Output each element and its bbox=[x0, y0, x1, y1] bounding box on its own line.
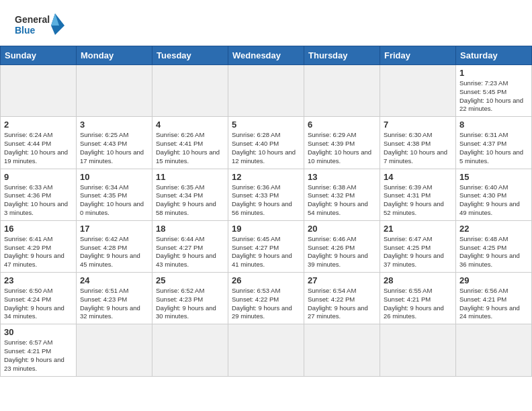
calendar-table: SundayMondayTuesdayWednesdayThursdayFrid… bbox=[0, 46, 532, 377]
day-number: 5 bbox=[232, 120, 300, 130]
day-number: 21 bbox=[384, 224, 452, 234]
calendar-cell: 20Sunrise: 6:46 AM Sunset: 4:26 PM Dayli… bbox=[304, 220, 380, 272]
day-info: Sunrise: 6:51 AM Sunset: 4:23 PM Dayligh… bbox=[80, 287, 148, 321]
calendar-cell bbox=[77, 324, 152, 376]
calendar-cell: 10Sunrise: 6:34 AM Sunset: 4:35 PM Dayli… bbox=[77, 169, 152, 220]
calendar-week-row: 1Sunrise: 7:23 AM Sunset: 5:45 PM Daylig… bbox=[1, 65, 532, 117]
weekday-header-monday: Monday bbox=[77, 46, 152, 65]
day-number: 10 bbox=[80, 172, 148, 182]
calendar-cell: 29Sunrise: 6:56 AM Sunset: 4:21 PM Dayli… bbox=[456, 273, 532, 324]
calendar-cell: 26Sunrise: 6:53 AM Sunset: 4:22 PM Dayli… bbox=[228, 273, 304, 324]
day-info: Sunrise: 6:26 AM Sunset: 4:41 PM Dayligh… bbox=[156, 131, 224, 165]
day-number: 30 bbox=[4, 327, 73, 337]
day-info: Sunrise: 6:47 AM Sunset: 4:25 PM Dayligh… bbox=[384, 235, 452, 269]
day-info: Sunrise: 6:46 AM Sunset: 4:26 PM Dayligh… bbox=[308, 235, 376, 269]
day-info: Sunrise: 6:55 AM Sunset: 4:21 PM Dayligh… bbox=[384, 287, 452, 321]
day-info: Sunrise: 6:57 AM Sunset: 4:21 PM Dayligh… bbox=[4, 338, 73, 373]
day-number: 26 bbox=[232, 275, 300, 285]
day-number: 9 bbox=[4, 172, 73, 182]
calendar-cell: 24Sunrise: 6:51 AM Sunset: 4:23 PM Dayli… bbox=[77, 273, 152, 324]
calendar-week-row: 2Sunrise: 6:24 AM Sunset: 4:44 PM Daylig… bbox=[1, 117, 532, 169]
day-number: 7 bbox=[384, 120, 452, 130]
day-info: Sunrise: 6:24 AM Sunset: 4:44 PM Dayligh… bbox=[4, 131, 73, 165]
calendar-cell: 19Sunrise: 6:45 AM Sunset: 4:27 PM Dayli… bbox=[228, 220, 304, 272]
calendar-cell: 9Sunrise: 6:33 AM Sunset: 4:36 PM Daylig… bbox=[1, 169, 77, 220]
calendar-cell: 25Sunrise: 6:52 AM Sunset: 4:23 PM Dayli… bbox=[152, 273, 228, 324]
day-number: 8 bbox=[459, 120, 528, 130]
day-number: 1 bbox=[459, 68, 528, 78]
calendar-cell bbox=[304, 65, 380, 117]
svg-text:General: General bbox=[15, 14, 50, 25]
day-number: 28 bbox=[384, 275, 452, 285]
calendar-cell: 28Sunrise: 6:55 AM Sunset: 4:21 PM Dayli… bbox=[380, 273, 456, 324]
weekday-header-tuesday: Tuesday bbox=[152, 46, 228, 65]
day-number: 12 bbox=[232, 172, 300, 182]
calendar-cell: 15Sunrise: 6:40 AM Sunset: 4:30 PM Dayli… bbox=[456, 169, 532, 220]
calendar-cell: 21Sunrise: 6:47 AM Sunset: 4:25 PM Dayli… bbox=[380, 220, 456, 272]
calendar-cell: 17Sunrise: 6:42 AM Sunset: 4:28 PM Dayli… bbox=[77, 220, 152, 272]
calendar-cell: 4Sunrise: 6:26 AM Sunset: 4:41 PM Daylig… bbox=[152, 117, 228, 169]
calendar-cell: 7Sunrise: 6:30 AM Sunset: 4:38 PM Daylig… bbox=[380, 117, 456, 169]
calendar-cell: 18Sunrise: 6:44 AM Sunset: 4:27 PM Dayli… bbox=[152, 220, 228, 272]
weekday-header-sunday: Sunday bbox=[1, 46, 77, 65]
calendar-cell: 6Sunrise: 6:29 AM Sunset: 4:39 PM Daylig… bbox=[304, 117, 380, 169]
day-number: 15 bbox=[459, 172, 528, 182]
day-info: Sunrise: 6:41 AM Sunset: 4:29 PM Dayligh… bbox=[4, 235, 73, 269]
weekday-header-row: SundayMondayTuesdayWednesdayThursdayFrid… bbox=[1, 46, 532, 65]
calendar-cell bbox=[380, 324, 456, 376]
day-info: Sunrise: 6:56 AM Sunset: 4:21 PM Dayligh… bbox=[459, 287, 528, 321]
calendar-cell: 2Sunrise: 6:24 AM Sunset: 4:44 PM Daylig… bbox=[1, 117, 77, 169]
day-number: 11 bbox=[156, 172, 224, 182]
day-number: 13 bbox=[308, 172, 376, 182]
day-info: Sunrise: 6:48 AM Sunset: 4:25 PM Dayligh… bbox=[459, 235, 528, 269]
day-number: 29 bbox=[459, 275, 528, 285]
day-number: 3 bbox=[80, 120, 148, 130]
calendar-cell bbox=[77, 65, 152, 117]
calendar-cell: 1Sunrise: 7:23 AM Sunset: 5:45 PM Daylig… bbox=[456, 65, 532, 117]
day-info: Sunrise: 6:29 AM Sunset: 4:39 PM Dayligh… bbox=[308, 131, 376, 165]
calendar-cell: 12Sunrise: 6:36 AM Sunset: 4:33 PM Dayli… bbox=[228, 169, 304, 220]
calendar-cell bbox=[152, 65, 228, 117]
calendar-cell: 14Sunrise: 6:39 AM Sunset: 4:31 PM Dayli… bbox=[380, 169, 456, 220]
day-info: Sunrise: 6:50 AM Sunset: 4:24 PM Dayligh… bbox=[4, 287, 73, 321]
day-number: 24 bbox=[80, 275, 148, 285]
day-number: 17 bbox=[80, 224, 148, 234]
day-info: Sunrise: 7:23 AM Sunset: 5:45 PM Dayligh… bbox=[459, 79, 528, 113]
calendar-cell: 8Sunrise: 6:31 AM Sunset: 4:37 PM Daylig… bbox=[456, 117, 532, 169]
day-number: 23 bbox=[4, 275, 73, 285]
day-info: Sunrise: 6:33 AM Sunset: 4:36 PM Dayligh… bbox=[4, 183, 73, 218]
calendar-cell: 5Sunrise: 6:28 AM Sunset: 4:40 PM Daylig… bbox=[228, 117, 304, 169]
calendar-cell bbox=[228, 324, 304, 376]
day-info: Sunrise: 6:30 AM Sunset: 4:38 PM Dayligh… bbox=[384, 131, 452, 165]
weekday-header-saturday: Saturday bbox=[456, 46, 532, 65]
day-number: 20 bbox=[308, 224, 376, 234]
day-info: Sunrise: 6:38 AM Sunset: 4:32 PM Dayligh… bbox=[308, 183, 376, 218]
day-info: Sunrise: 6:28 AM Sunset: 4:40 PM Dayligh… bbox=[232, 131, 300, 165]
day-number: 22 bbox=[459, 224, 528, 234]
calendar-cell bbox=[1, 65, 77, 117]
day-info: Sunrise: 6:54 AM Sunset: 4:22 PM Dayligh… bbox=[308, 287, 376, 321]
day-info: Sunrise: 6:44 AM Sunset: 4:27 PM Dayligh… bbox=[156, 235, 224, 269]
weekday-header-friday: Friday bbox=[380, 46, 456, 65]
calendar-cell bbox=[380, 65, 456, 117]
calendar-cell: 27Sunrise: 6:54 AM Sunset: 4:22 PM Dayli… bbox=[304, 273, 380, 324]
day-info: Sunrise: 6:40 AM Sunset: 4:30 PM Dayligh… bbox=[459, 183, 528, 218]
day-info: Sunrise: 6:34 AM Sunset: 4:35 PM Dayligh… bbox=[80, 183, 148, 218]
logo: GeneralBlue bbox=[13, 11, 67, 40]
calendar-cell: 3Sunrise: 6:25 AM Sunset: 4:43 PM Daylig… bbox=[77, 117, 152, 169]
day-number: 6 bbox=[308, 120, 376, 130]
day-info: Sunrise: 6:45 AM Sunset: 4:27 PM Dayligh… bbox=[232, 235, 300, 269]
day-info: Sunrise: 6:52 AM Sunset: 4:23 PM Dayligh… bbox=[156, 287, 224, 321]
day-number: 4 bbox=[156, 120, 224, 130]
weekday-header-thursday: Thursday bbox=[304, 46, 380, 65]
day-info: Sunrise: 6:31 AM Sunset: 4:37 PM Dayligh… bbox=[459, 131, 528, 165]
day-info: Sunrise: 6:53 AM Sunset: 4:22 PM Dayligh… bbox=[232, 287, 300, 321]
day-info: Sunrise: 6:36 AM Sunset: 4:33 PM Dayligh… bbox=[232, 183, 300, 218]
weekday-header-wednesday: Wednesday bbox=[228, 46, 304, 65]
day-number: 19 bbox=[232, 224, 300, 234]
calendar-cell: 30Sunrise: 6:57 AM Sunset: 4:21 PM Dayli… bbox=[1, 324, 77, 376]
day-number: 14 bbox=[384, 172, 452, 182]
day-number: 25 bbox=[156, 275, 224, 285]
calendar-cell bbox=[304, 324, 380, 376]
calendar-week-row: 9Sunrise: 6:33 AM Sunset: 4:36 PM Daylig… bbox=[1, 169, 532, 220]
